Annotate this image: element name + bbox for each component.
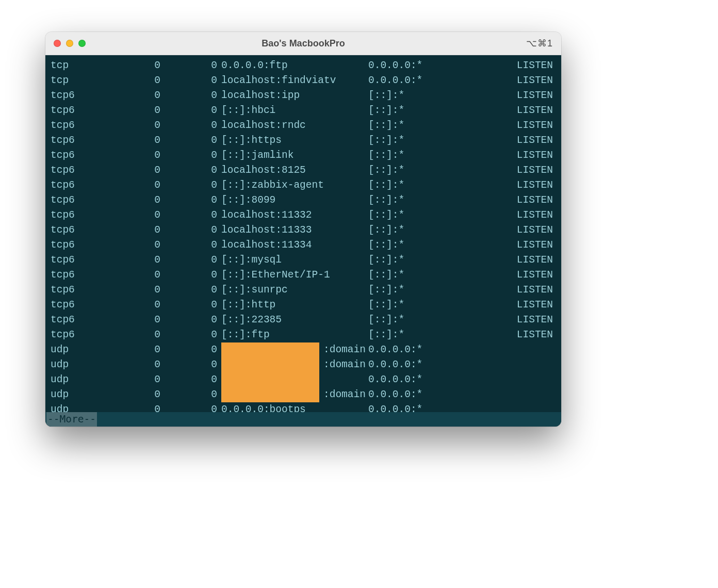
- col-proto: udp: [51, 387, 115, 402]
- netstat-row: tcp600[::]:https[::]:*LISTEN: [51, 133, 556, 148]
- col-local: localhost:rndc: [217, 118, 368, 133]
- col-local: :domain: [217, 387, 368, 402]
- col-local: localhost:11334: [217, 238, 368, 253]
- col-proto: tcp6: [51, 223, 115, 238]
- col-proto: tcp6: [51, 268, 115, 283]
- pager-bar[interactable]: --More--: [45, 412, 561, 427]
- col-state: LISTEN: [471, 88, 556, 103]
- col-proto: tcp6: [51, 103, 115, 118]
- col-recv: 0: [115, 253, 160, 268]
- redaction-block: [221, 342, 319, 357]
- col-proto: tcp6: [51, 208, 115, 223]
- col-send: 0: [160, 118, 217, 133]
- netstat-row: tcp600[::]:mysql[::]:*LISTEN: [51, 253, 556, 268]
- col-state: LISTEN: [471, 58, 556, 73]
- col-local: :domain: [217, 342, 368, 357]
- netstat-row: tcp600[::]:EtherNet/IP-1[::]:*LISTEN: [51, 268, 556, 283]
- minimize-icon[interactable]: [66, 40, 73, 47]
- terminal-body[interactable]: tcp000.0.0.0:ftp0.0.0.0:*LISTENtcp00loca…: [45, 55, 561, 427]
- col-recv: 0: [115, 372, 160, 387]
- col-proto: tcp6: [51, 163, 115, 178]
- col-state: LISTEN: [471, 268, 556, 283]
- pager-more: --More--: [46, 412, 97, 427]
- col-recv: 0: [115, 268, 160, 283]
- col-recv: 0: [115, 328, 160, 342]
- col-local: localhost:11332: [217, 208, 368, 223]
- col-proto: tcp6: [51, 253, 115, 268]
- netstat-row: tcp600[::]:ftp[::]:*LISTEN: [51, 328, 556, 342]
- col-recv: 0: [115, 208, 160, 223]
- col-send: 0: [160, 148, 217, 163]
- col-local-suffix: :domain: [323, 359, 366, 370]
- col-state: LISTEN: [471, 193, 556, 208]
- col-local: [::]:http: [217, 298, 368, 313]
- col-local: localhost:findviatv: [217, 73, 368, 88]
- col-proto: udp: [51, 357, 115, 372]
- col-foreign: 0.0.0.0:*: [368, 73, 471, 88]
- col-send: 0: [160, 253, 217, 268]
- col-recv: 0: [115, 298, 160, 313]
- col-local: :domain: [217, 357, 368, 372]
- col-send: 0: [160, 88, 217, 103]
- col-proto: tcp6: [51, 133, 115, 148]
- col-foreign: 0.0.0.0:*: [368, 372, 471, 387]
- col-proto: tcp6: [51, 178, 115, 193]
- col-send: 0: [160, 208, 217, 223]
- col-local: [::]:sunrpc: [217, 283, 368, 298]
- col-send: 0: [160, 283, 217, 298]
- col-proto: tcp6: [51, 193, 115, 208]
- col-send: 0: [160, 163, 217, 178]
- col-recv: 0: [115, 148, 160, 163]
- col-send: 0: [160, 268, 217, 283]
- col-send: 0: [160, 103, 217, 118]
- netstat-row: tcp600[::]:hbci[::]:*LISTEN: [51, 103, 556, 118]
- col-send: 0: [160, 372, 217, 387]
- netstat-row: tcp600localhost:11334[::]:*LISTEN: [51, 238, 556, 253]
- col-send: 0: [160, 313, 217, 328]
- col-proto: tcp: [51, 58, 115, 73]
- col-proto: tcp6: [51, 118, 115, 133]
- col-foreign: [::]:*: [368, 118, 471, 133]
- col-state: LISTEN: [471, 283, 556, 298]
- col-recv: 0: [115, 118, 160, 133]
- col-local-suffix: :domain: [323, 344, 366, 355]
- col-local: [::]:hbci: [217, 103, 368, 118]
- col-proto: tcp6: [51, 328, 115, 342]
- col-send: 0: [160, 357, 217, 372]
- col-send: 0: [160, 178, 217, 193]
- col-state: LISTEN: [471, 208, 556, 223]
- netstat-row: tcp000.0.0.0:ftp0.0.0.0:*LISTEN: [51, 58, 556, 73]
- col-foreign: [::]:*: [368, 238, 471, 253]
- col-foreign: [::]:*: [368, 148, 471, 163]
- col-state: LISTEN: [471, 313, 556, 328]
- col-recv: 0: [115, 342, 160, 357]
- col-foreign: [::]:*: [368, 283, 471, 298]
- zoom-icon[interactable]: [78, 40, 86, 47]
- col-recv: 0: [115, 103, 160, 118]
- col-foreign: [::]:*: [368, 178, 471, 193]
- netstat-row: tcp00localhost:findviatv0.0.0.0:*LISTEN: [51, 73, 556, 88]
- window-shortcut: ⌥⌘1: [526, 38, 553, 49]
- close-icon[interactable]: [54, 40, 61, 47]
- col-recv: 0: [115, 283, 160, 298]
- col-proto: tcp6: [51, 148, 115, 163]
- window-title: Bao's MacbookPro: [45, 38, 561, 49]
- col-send: 0: [160, 298, 217, 313]
- col-foreign: [::]:*: [368, 223, 471, 238]
- col-state: LISTEN: [471, 163, 556, 178]
- titlebar[interactable]: Bao's MacbookPro ⌥⌘1: [45, 32, 561, 55]
- col-local: [::]:zabbix-agent: [217, 178, 368, 193]
- col-recv: 0: [115, 163, 160, 178]
- col-proto: tcp6: [51, 88, 115, 103]
- col-local: [::]:ftp: [217, 328, 368, 342]
- col-state: LISTEN: [471, 238, 556, 253]
- col-proto: tcp6: [51, 298, 115, 313]
- col-foreign: 0.0.0.0:*: [368, 58, 471, 73]
- netstat-row: tcp600[::]:http[::]:*LISTEN: [51, 298, 556, 313]
- col-send: 0: [160, 193, 217, 208]
- col-foreign: [::]:*: [368, 313, 471, 328]
- col-recv: 0: [115, 193, 160, 208]
- col-proto: udp: [51, 342, 115, 357]
- col-send: 0: [160, 387, 217, 402]
- col-recv: 0: [115, 238, 160, 253]
